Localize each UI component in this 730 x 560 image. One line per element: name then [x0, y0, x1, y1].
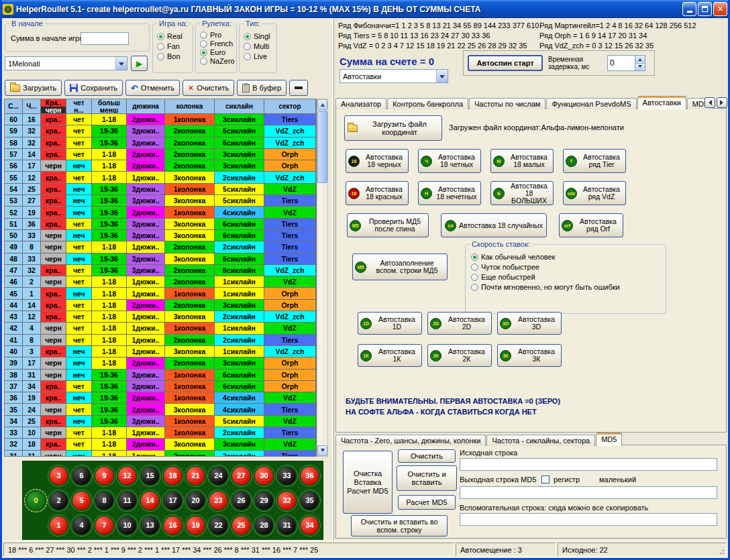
board-number-21[interactable]: 21 — [187, 467, 205, 485]
board-number-6[interactable]: 6 — [72, 467, 91, 485]
radio-Чуток[interactable]: Чуток побыстрее — [471, 263, 666, 271]
tab-Автоставки[interactable]: Автоставки — [637, 96, 686, 109]
table-row[interactable]: 424чернчет1-181дюжи..1колонка1сиклайнVdZ — [5, 323, 316, 334]
bet-2d-button[interactable]: 2DАвтоставка 2D — [427, 312, 492, 335]
board-number-27[interactable]: 27 — [232, 467, 250, 485]
red-bet-button[interactable]: 18Автоставка 18 красных — [346, 181, 409, 205]
radio-Как[interactable]: Как обычный человек — [471, 253, 666, 261]
table-row[interactable]: 403кра..неч1-181дюжи..3колонка1сиклайнVd… — [5, 346, 316, 357]
board-number-19[interactable]: 19 — [187, 516, 205, 535]
board-number-34[interactable]: 34 — [301, 516, 319, 535]
table-row[interactable]: 5714кра..чет1-182дюжи..2колонка3сиклайнO… — [5, 149, 316, 160]
radio-Еще[interactable]: Еще побыстрей — [471, 273, 666, 281]
high-bet-button[interactable]: БАвтоставка 18 БОЛЬШИХ — [490, 181, 554, 205]
collapse-button[interactable] — [289, 80, 308, 96]
play-button[interactable] — [131, 56, 148, 71]
tab-scroll-right-button[interactable] — [717, 97, 727, 108]
table-row[interactable]: 5425кра..неч19-363дюжи..1колонка5сиклайн… — [5, 184, 316, 195]
clear-button[interactable]: Очистить — [182, 80, 234, 96]
table-row[interactable]: 3524чернчет19-362дюжи..3колонка4сиклайнT… — [5, 404, 316, 415]
md5-big-button[interactable]: Очистка Вставка Расчет MD5 — [343, 451, 393, 514]
load-coords-button[interactable]: Загрузить файл координат — [344, 115, 442, 141]
board-number-31[interactable]: 31 — [278, 516, 296, 535]
tab-Частота - Zero, шансы, дюжины, колонки[interactable]: Частота - Zero, шансы, дюжины, колонки — [335, 435, 486, 446]
table-row[interactable]: 5136кра..чет19-363дюжи..3колонка6сиклайн… — [5, 219, 316, 230]
board-number-30[interactable]: 30 — [255, 467, 273, 485]
table-row[interactable]: 462чернчет1-181дюжи..2колонка1сиклайнVdZ — [5, 276, 316, 288]
table-row[interactable]: 5512кра..чет1-181дюжи..3колонка2сиклайнV… — [5, 172, 316, 183]
bet-3d-button[interactable]: 3DАвтоставка 3D — [497, 312, 562, 335]
table-row[interactable]: 5219кра..неч19-362дюжи..1колонка4сиклайн… — [5, 207, 316, 218]
minimize-button[interactable] — [682, 2, 696, 16]
spinner-down-button[interactable] — [635, 64, 645, 71]
radio-Euro[interactable]: Euro — [200, 48, 236, 56]
scroll-down-button[interactable] — [317, 445, 327, 456]
radio-Pro[interactable]: Pro — [200, 31, 236, 39]
board-number-20[interactable]: 20 — [187, 492, 205, 510]
table-row[interactable]: 4833черннеч19-363дюжи..3колонка6сиклайнT… — [5, 254, 316, 265]
md5-clear-paste-aux-button[interactable]: Очистить и вставить во вспом. строку — [351, 515, 448, 537]
low-bet-button[interactable]: МАвтоставка 18 малых — [490, 149, 554, 173]
board-number-17[interactable]: 17 — [164, 492, 182, 510]
board-number-26[interactable]: 26 — [232, 492, 250, 510]
board-number-35[interactable]: 35 — [301, 492, 319, 510]
radio-Multi[interactable]: Multi — [244, 42, 276, 50]
radio-Bon[interactable]: Bon — [157, 52, 193, 60]
board-number-28[interactable]: 28 — [255, 516, 273, 535]
undo-button[interactable]: Отменить — [125, 80, 180, 96]
black-bet-button[interactable]: 18Автоставка 18 черных — [346, 149, 409, 173]
scrollbar-thumb[interactable] — [317, 111, 327, 183]
radio-Почти[interactable]: Почти мгновенно, но могут быть ошибки — [471, 283, 666, 291]
board-number-9[interactable]: 9 — [95, 467, 113, 485]
tab-scroll-left-button[interactable] — [705, 97, 715, 108]
resize-grip-icon[interactable] — [717, 547, 725, 555]
md5-clear-paste-button[interactable]: Очистить и вставить — [397, 465, 457, 491]
bet-2k-button[interactable]: 2КАвтоставка 2К — [427, 344, 492, 367]
table-row[interactable]: 3111черннеч1-181дюжи..2колонка2сиклайнTi… — [5, 451, 316, 457]
table-row[interactable]: 3917черннеч1-182дюжи..2колонка3сиклайнOr… — [5, 357, 316, 369]
table-row[interactable]: 3425кра..неч19-363дюжи..1колонка5сиклайн… — [5, 416, 316, 427]
save-button[interactable]: Сохранить — [64, 80, 123, 96]
bet-1d-button[interactable]: 1DАвтоставка 1D — [358, 312, 422, 335]
load-button[interactable]: Загрузить — [5, 80, 62, 96]
tab-Анализатор[interactable]: Анализатор — [335, 98, 386, 109]
table-row[interactable]: 418чернчет1-181дюжи..2колонка2сиклайнTie… — [5, 335, 316, 346]
table-row[interactable]: 5617черннеч1-182дюжи..2колонка3сиклайнOr… — [5, 160, 316, 172]
tab-MD5[interactable]: MD5 — [596, 433, 622, 446]
board-number-33[interactable]: 33 — [278, 467, 296, 485]
radio-NaZero[interactable]: NaZero — [200, 57, 236, 65]
board-number-14[interactable]: 14 — [141, 492, 159, 510]
delay-input[interactable] — [607, 55, 635, 71]
radio-French[interactable]: French — [200, 40, 236, 48]
board-number-16[interactable]: 16 — [164, 516, 182, 535]
chevron-down-icon[interactable] — [115, 57, 127, 70]
table-row[interactable]: 3734кра..чет19-363дюжи..1колонка6сиклайн… — [5, 381, 316, 392]
board-number-15[interactable]: 15 — [141, 467, 159, 485]
bet-3k-button[interactable]: 3КАвтоставка 3К — [497, 344, 562, 367]
source-string-input[interactable] — [460, 458, 717, 471]
board-number-12[interactable]: 12 — [118, 467, 136, 485]
bet-1k-button[interactable]: 1КАвтоставка 1К — [358, 344, 422, 367]
radio-Singl[interactable]: Singl — [244, 32, 276, 40]
radio-Fan[interactable]: Fan — [157, 42, 193, 50]
title-bar[interactable]: HelperRoullet 5.1- create helperroullet@… — [0, 0, 730, 18]
aux-string-input[interactable] — [460, 513, 717, 526]
register-checkbox[interactable] — [541, 475, 550, 484]
tab-Частота - сиклайны, сектора[interactable]: Частота - сиклайны, сектора — [486, 435, 595, 446]
autobets-select[interactable]: Автоставки — [340, 69, 448, 83]
table-row[interactable]: 3831черннеч19-363дюжи..1колонка6сиклайнO… — [5, 370, 316, 381]
board-number-8[interactable]: 8 — [95, 492, 113, 510]
tab-Контроль банкролла[interactable]: Контроль банкролла — [387, 98, 468, 109]
table-row[interactable]: 5832кра..чет19-363дюжи..2колонка6сиклайн… — [5, 137, 316, 149]
copy-to-buffer-button[interactable]: В буфер — [237, 80, 286, 96]
md5-calc-button[interactable]: Расчет MD5 — [398, 495, 456, 510]
spinner-up-button[interactable] — [635, 56, 645, 64]
board-number-18[interactable]: 18 — [164, 467, 182, 485]
table-row[interactable]: 5327кра..неч19-363дюжи..3колонка5сиклайн… — [5, 195, 316, 207]
tab-Функционал PsevdoMS[interactable]: Функционал PsevdoMS — [546, 98, 636, 109]
board-number-11[interactable]: 11 — [118, 492, 136, 510]
close-button[interactable]: ✕ — [713, 2, 727, 16]
md5-clear-button[interactable]: Очистить — [398, 449, 456, 463]
table-row[interactable]: 5932кра..чет19-363дюжи..2колонка6сиклайн… — [5, 125, 316, 137]
board-number-0[interactable]: 0 — [27, 492, 45, 510]
